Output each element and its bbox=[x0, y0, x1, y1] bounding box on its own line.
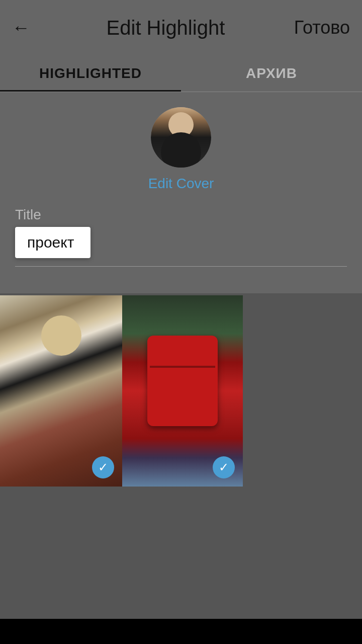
image-item-2[interactable]: ✓ bbox=[122, 295, 243, 487]
page-title: Edit Highlight bbox=[107, 17, 225, 39]
title-underline bbox=[15, 266, 347, 267]
check-badge-1: ✓ bbox=[92, 456, 114, 478]
done-button[interactable]: Готово bbox=[294, 17, 350, 38]
header: ← Edit Highlight Готово bbox=[0, 0, 362, 55]
title-input[interactable]: проект bbox=[15, 227, 90, 258]
cover-image bbox=[151, 107, 211, 168]
tab-highlighted[interactable]: HIGHLIGHTED bbox=[0, 55, 181, 92]
back-button[interactable]: ← bbox=[12, 17, 37, 38]
title-section: Title проект bbox=[0, 197, 362, 272]
tabs-bar: HIGHLIGHTED АРХИВ bbox=[0, 55, 362, 92]
bottom-area bbox=[0, 487, 362, 637]
edit-cover-button[interactable]: Edit Cover bbox=[148, 176, 214, 192]
image-grid: ✓ ✓ bbox=[0, 295, 362, 487]
bottom-bar bbox=[0, 619, 362, 644]
tab-archive[interactable]: АРХИВ bbox=[181, 55, 362, 92]
title-input-wrapper: проект bbox=[15, 227, 347, 258]
avatar bbox=[151, 107, 211, 168]
image-item-1[interactable]: ✓ bbox=[0, 295, 122, 487]
title-label: Title bbox=[15, 207, 347, 223]
check-badge-2: ✓ bbox=[213, 456, 235, 478]
content-area: Edit Cover Title проект bbox=[0, 92, 362, 293]
cover-section: Edit Cover bbox=[0, 92, 362, 197]
